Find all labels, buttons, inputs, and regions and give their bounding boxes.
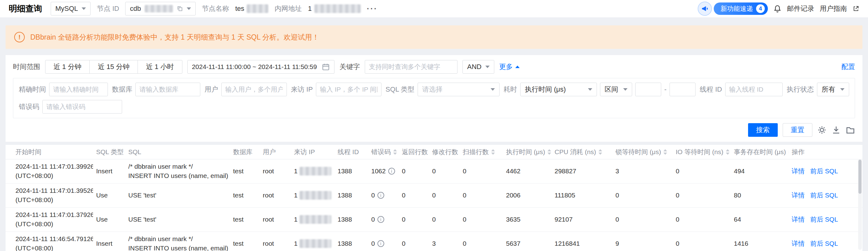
exec-time-cell: 4462: [503, 159, 552, 183]
config-link[interactable]: 配置: [841, 62, 855, 72]
user-cell: root: [260, 207, 291, 231]
detail-link[interactable]: 详情: [792, 240, 805, 247]
sort-icon[interactable]: [598, 149, 602, 155]
sort-icon[interactable]: [726, 149, 730, 155]
client-ip-input[interactable]: [316, 83, 381, 96]
context-sql-link[interactable]: 前后 SQL: [810, 240, 838, 247]
user-guide-link[interactable]: 用户指南: [820, 4, 847, 13]
user-cell: root: [260, 159, 291, 183]
cost-mode-select[interactable]: 区间: [600, 83, 632, 96]
sort-icon[interactable]: [491, 149, 495, 155]
context-sql-link[interactable]: 前后 SQL: [810, 192, 838, 199]
returned-rows-cell: 0: [399, 183, 429, 207]
thread-id-cell: 1388: [335, 207, 368, 231]
database-cell: test: [230, 207, 260, 231]
masked-node-id: [145, 5, 173, 12]
returned-rows-cell: 0: [399, 159, 429, 183]
cpu-cell: 111805: [552, 183, 612, 207]
cost-label: 耗时: [503, 85, 517, 94]
cost-max-input[interactable]: [670, 83, 695, 96]
scrollbar-thumb[interactable]: [859, 160, 862, 194]
modified-rows-cell: 0: [429, 183, 460, 207]
calendar-icon: [322, 63, 330, 71]
context-sql-link[interactable]: 前后 SQL: [810, 167, 838, 174]
node-name-value: tes: [235, 4, 268, 13]
sql-cell: /* dbbrain user mark */INSERT INTO users…: [125, 231, 230, 251]
new-features-button[interactable]: 新功能速递 4: [714, 2, 768, 15]
quick-range-15min[interactable]: 近 15 分钟: [89, 60, 138, 74]
user-cell: root: [260, 183, 291, 207]
external-link-icon[interactable]: [852, 5, 859, 12]
table-row: 2024-11-11 11:47:01.395268041(UTC+08:00)…: [6, 183, 862, 207]
logic-operator-select[interactable]: AND: [462, 60, 494, 74]
info-icon[interactable]: i: [388, 168, 395, 174]
sort-icon[interactable]: [393, 149, 397, 155]
trx-time-cell: 80: [731, 183, 788, 207]
filter-row-advanced: 精确时间 数据库 用户 来访 IP SQL 类型 请选择: [19, 83, 849, 96]
sql-cell: USE 'test': [125, 207, 230, 231]
database-input[interactable]: [135, 83, 200, 96]
scanned-rows-cell: 0: [460, 183, 503, 207]
copy-icon[interactable]: [177, 6, 183, 12]
vertical-scrollbar[interactable]: [858, 159, 862, 250]
col-returned-rows: 返回行数: [399, 145, 429, 159]
cost-min-input[interactable]: [635, 83, 661, 96]
results-table: 开始时间 SQL 类型 SQL 数据库 用户 来访 IP 线程 ID 错误码 返…: [6, 145, 862, 251]
ops-cell: 详情前后 SQL: [788, 207, 862, 231]
col-exec-time: 执行时间 (μs): [503, 145, 552, 159]
keyword-input[interactable]: [365, 60, 458, 74]
info-icon[interactable]: i: [377, 216, 384, 223]
sql-type-label: SQL 类型: [385, 85, 414, 94]
more-filters-toggle[interactable]: 更多: [499, 62, 520, 72]
sort-icon[interactable]: [548, 149, 551, 155]
mail-record-link[interactable]: 邮件记录: [787, 4, 814, 13]
io-wait-cell: 0: [673, 159, 731, 183]
settings-gear-icon[interactable]: [817, 125, 827, 135]
new-features-count-badge: 4: [756, 4, 765, 13]
bell-icon[interactable]: [773, 5, 781, 13]
more-actions-button[interactable]: ···: [367, 4, 378, 13]
user-input[interactable]: [221, 83, 287, 96]
client-ip-cell: 1: [291, 207, 335, 231]
exec-status-select[interactable]: 所有: [817, 83, 849, 96]
chevron-down-icon: [187, 7, 191, 10]
col-thread-id: 线程 ID: [335, 145, 368, 159]
thread-id-input[interactable]: [725, 83, 783, 96]
keyword-label: 关键字: [339, 62, 360, 72]
detail-link[interactable]: 详情: [792, 167, 805, 174]
search-button[interactable]: 搜索: [748, 123, 778, 137]
exact-time-input[interactable]: [49, 83, 108, 96]
io-wait-cell: 0: [673, 207, 731, 231]
quick-range-group: 近 1 分钟 近 15 分钟 近 1 小时: [45, 60, 182, 74]
info-icon[interactable]: i: [377, 192, 384, 199]
engine-select[interactable]: MySQL: [51, 2, 91, 16]
client-ip-cell: 1: [291, 231, 335, 251]
context-sql-link[interactable]: 前后 SQL: [810, 216, 838, 223]
info-icon[interactable]: i: [377, 240, 384, 247]
error-code-input[interactable]: [42, 100, 122, 114]
lock-wait-cell: 0: [612, 207, 673, 231]
reset-button[interactable]: 重置: [783, 123, 812, 137]
banner-text: DBbrain 全链路分析功能限时免费体验中，支持 1 天明细查询与 1 天 S…: [30, 32, 319, 42]
sort-icon[interactable]: [663, 149, 667, 155]
cost-metric-select[interactable]: 执行时间 (μs): [520, 83, 597, 96]
node-name-label: 节点名称: [202, 4, 229, 13]
megaphone-icon[interactable]: [698, 2, 712, 16]
quick-range-1hour[interactable]: 近 1 小时: [137, 60, 182, 74]
date-range-picker[interactable]: 2024-11-11 11:00:00 ~ 2024-11-11 11:50:5…: [187, 60, 335, 74]
download-icon[interactable]: [832, 125, 841, 135]
sort-icon[interactable]: [788, 149, 788, 155]
quick-range-1min[interactable]: 近 1 分钟: [45, 60, 90, 74]
trx-time-cell: 1416: [731, 231, 788, 251]
trx-time-cell: 494: [731, 159, 788, 183]
sql-type-cell: Use: [93, 183, 125, 207]
sql-type-filter: SQL 类型 请选择: [385, 83, 499, 96]
masked-node-name: [247, 4, 268, 13]
sql-cell: /* dbbrain user mark */INSERT INTO users…: [125, 159, 230, 183]
node-id-select[interactable]: cdb: [125, 2, 195, 16]
detail-link[interactable]: 详情: [792, 192, 805, 199]
detail-link[interactable]: 详情: [792, 216, 805, 223]
sql-type-select[interactable]: 请选择: [417, 83, 499, 96]
chevron-down-icon: [485, 65, 490, 68]
folder-icon[interactable]: [846, 125, 855, 135]
